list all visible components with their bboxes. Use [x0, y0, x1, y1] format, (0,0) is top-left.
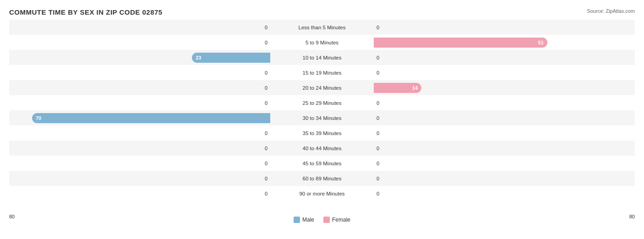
- right-section: 0: [374, 158, 635, 168]
- chart-title: COMMUTE TIME BY SEX IN ZIP CODE 02875: [9, 8, 635, 16]
- legend-female-box: [323, 217, 330, 223]
- table-row: 0 15 to 19 Minutes 0: [9, 65, 635, 80]
- left-section: 70: [9, 113, 270, 123]
- bar-label: 30 to 34 Minutes: [270, 115, 374, 121]
- female-zero: 0: [377, 70, 379, 76]
- axis-labels: 80 Male Female 80: [9, 214, 635, 223]
- male-zero: 0: [265, 100, 267, 106]
- table-row: 0 45 to 59 Minutes 0: [9, 156, 635, 171]
- bar-label: 90 or more Minutes: [270, 191, 374, 196]
- male-zero: 0: [265, 161, 267, 166]
- female-zero: 0: [377, 115, 379, 121]
- bar-label: 10 to 14 Minutes: [270, 55, 374, 60]
- left-section: 0: [9, 98, 270, 108]
- female-zero: 0: [377, 176, 379, 181]
- source-label: Source: ZipAtlas.com: [587, 8, 635, 14]
- female-zero: 0: [377, 25, 379, 30]
- table-row: 0 5 to 9 Minutes 51: [9, 35, 635, 50]
- male-zero: 0: [265, 25, 267, 30]
- chart-area: 0 Less than 5 Minutes 0 0 5 to 9 Minutes…: [9, 20, 635, 212]
- bar-label: Less than 5 Minutes: [270, 25, 374, 30]
- male-bar: 70: [32, 113, 270, 123]
- bar-label: 60 to 89 Minutes: [270, 176, 374, 181]
- right-section: 0: [374, 98, 635, 108]
- left-section: 0: [9, 22, 270, 33]
- male-value: 23: [196, 55, 201, 60]
- legend-male-label: Male: [302, 217, 314, 223]
- left-section: 0: [9, 68, 270, 78]
- bar-label: 25 to 29 Minutes: [270, 100, 374, 106]
- bar-label: 45 to 59 Minutes: [270, 161, 374, 166]
- legend-male: Male: [294, 217, 314, 223]
- bar-label: 5 to 9 Minutes: [270, 40, 374, 45]
- female-zero: 0: [377, 161, 379, 166]
- table-row: 0 35 to 39 Minutes 0: [9, 125, 635, 141]
- bar-label: 15 to 19 Minutes: [270, 70, 374, 76]
- table-row: 0 40 to 44 Minutes 0: [9, 141, 635, 156]
- female-zero: 0: [377, 191, 379, 196]
- right-section: 0: [374, 189, 635, 199]
- bar-label: 40 to 44 Minutes: [270, 146, 374, 151]
- table-row: 23 10 to 14 Minutes 0: [9, 50, 635, 65]
- legend: Male Female: [294, 217, 350, 223]
- male-value: 70: [36, 115, 41, 121]
- female-zero: 0: [377, 130, 379, 136]
- axis-left: 80: [9, 214, 15, 223]
- left-section: 0: [9, 128, 270, 138]
- female-zero: 0: [377, 146, 379, 151]
- left-section: 0: [9, 143, 270, 153]
- male-bar: 23: [192, 53, 270, 63]
- left-section: 0: [9, 158, 270, 168]
- table-row: 0 20 to 24 Minutes 14: [9, 80, 635, 95]
- bar-label: 35 to 39 Minutes: [270, 130, 374, 136]
- right-section: 14: [374, 83, 635, 93]
- right-section: 0: [374, 22, 635, 33]
- left-section: 0: [9, 38, 270, 48]
- legend-male-box: [294, 217, 300, 223]
- left-section: 0: [9, 83, 270, 93]
- table-row: 0 90 or more Minutes 0: [9, 186, 635, 201]
- right-section: 0: [374, 53, 635, 63]
- axis-right: 80: [629, 214, 635, 223]
- male-zero: 0: [265, 85, 267, 91]
- right-section: 0: [374, 128, 635, 138]
- male-zero: 0: [265, 191, 267, 196]
- right-section: 0: [374, 143, 635, 153]
- male-zero: 0: [265, 176, 267, 181]
- table-row: 70 30 to 34 Minutes 0: [9, 110, 635, 125]
- right-section: 0: [374, 68, 635, 78]
- bar-label: 20 to 24 Minutes: [270, 85, 374, 91]
- female-value: 14: [412, 85, 418, 91]
- male-zero: 0: [265, 146, 267, 151]
- legend-female-label: Female: [332, 217, 350, 223]
- left-section: 23: [9, 53, 270, 63]
- female-bar: 14: [374, 83, 421, 93]
- female-value: 51: [538, 40, 544, 45]
- male-zero: 0: [265, 70, 267, 76]
- table-row: 0 25 to 29 Minutes 0: [9, 95, 635, 110]
- table-row: 0 60 to 89 Minutes 0: [9, 171, 635, 186]
- left-section: 0: [9, 189, 270, 199]
- legend-female: Female: [323, 217, 350, 223]
- right-section: 0: [374, 174, 635, 184]
- right-section: 0: [374, 113, 635, 123]
- female-bar: 51: [374, 38, 547, 48]
- female-zero: 0: [377, 100, 379, 106]
- male-zero: 0: [265, 40, 267, 45]
- chart-container: COMMUTE TIME BY SEX IN ZIP CODE 02875 So…: [0, 0, 644, 239]
- male-zero: 0: [265, 130, 267, 136]
- table-row: 0 Less than 5 Minutes 0: [9, 20, 635, 35]
- female-zero: 0: [377, 55, 379, 60]
- right-section: 51: [374, 38, 635, 48]
- left-section: 0: [9, 174, 270, 184]
